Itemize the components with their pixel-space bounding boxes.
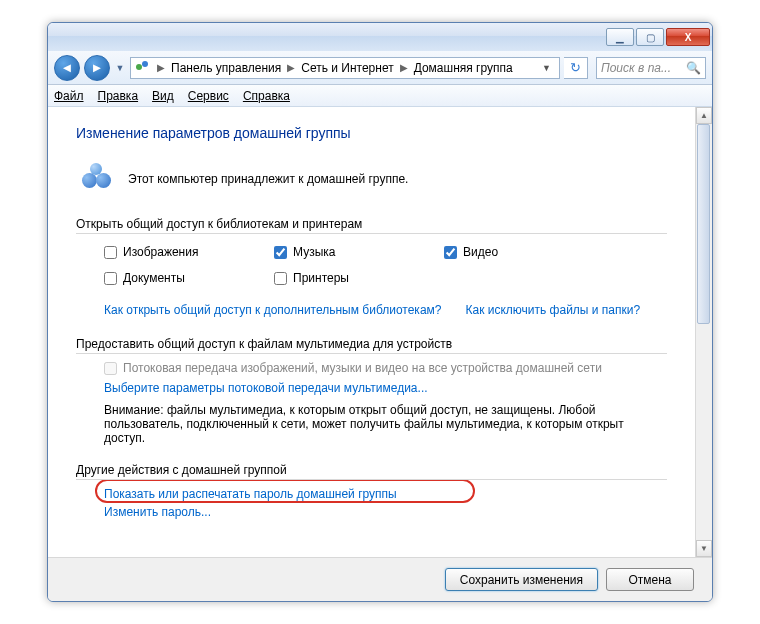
homegroup-status-text: Этот компьютер принадлежит к домашней гр… — [128, 172, 408, 186]
search-input[interactable]: Поиск в па... 🔍 — [596, 57, 706, 79]
checkbox-music[interactable]: Музыка — [274, 245, 444, 259]
menu-view[interactable]: Вид — [152, 89, 174, 103]
checkbox-video[interactable]: Видео — [444, 245, 614, 259]
checkbox-images-input[interactable] — [104, 246, 117, 259]
chevron-right-icon: ▶ — [154, 62, 168, 73]
checkbox-images[interactable]: Изображения — [104, 245, 274, 259]
scroll-thumb[interactable] — [697, 124, 710, 324]
help-links-row: Как открыть общий доступ к дополнительны… — [104, 303, 667, 317]
nav-forward-button[interactable]: ► — [84, 55, 110, 81]
checkbox-label: Документы — [123, 271, 185, 285]
checkbox-label: Потоковая передача изображений, музыки и… — [123, 361, 602, 375]
homegroup-status: Этот компьютер принадлежит к домашней гр… — [76, 163, 667, 195]
warning-text: Внимание: файлы мультимедиа, к которым о… — [104, 403, 667, 445]
menu-tools[interactable]: Сервис — [188, 89, 229, 103]
link-show-password[interactable]: Показать или распечатать пароль домашней… — [104, 487, 667, 501]
checkbox-label: Музыка — [293, 245, 335, 259]
address-dropdown-icon[interactable]: ▼ — [538, 63, 555, 73]
section-streaming: Предоставить общий доступ к файлам мульт… — [76, 337, 667, 351]
checkbox-label: Изображения — [123, 245, 198, 259]
checkbox-printers-input[interactable] — [274, 272, 287, 285]
breadcrumb-item[interactable]: Панель управления — [171, 61, 281, 75]
homegroup-icon — [82, 163, 114, 195]
link-change-password[interactable]: Изменить пароль... — [104, 505, 667, 519]
chevron-right-icon: ▶ — [284, 62, 298, 73]
cancel-button[interactable]: Отмена — [606, 568, 694, 591]
other-actions-block: Показать или распечатать пароль домашней… — [104, 487, 667, 519]
main-panel: Изменение параметров домашней группы Это… — [48, 107, 695, 557]
control-panel-icon — [135, 60, 151, 76]
link-more-libraries[interactable]: Как открыть общий доступ к дополнительны… — [104, 303, 441, 317]
nav-history-dropdown[interactable]: ▼ — [114, 63, 126, 73]
window-frame: ▁ ▢ X ◄ ► ▼ ▶ Панель управления ▶ Сеть и… — [47, 22, 713, 602]
close-button[interactable]: X — [666, 28, 710, 46]
menu-bar: Файл Правка Вид Сервис Справка — [48, 85, 712, 107]
maximize-button[interactable]: ▢ — [636, 28, 664, 46]
checkbox-documents-input[interactable] — [104, 272, 117, 285]
menu-edit[interactable]: Правка — [98, 89, 139, 103]
page-title: Изменение параметров домашней группы — [76, 125, 667, 141]
checkbox-music-input[interactable] — [274, 246, 287, 259]
checkbox-video-input[interactable] — [444, 246, 457, 259]
scroll-up-button[interactable]: ▲ — [696, 107, 712, 124]
checkbox-streaming-input[interactable] — [104, 362, 117, 375]
checkbox-label: Видео — [463, 245, 498, 259]
checkbox-documents[interactable]: Документы — [104, 271, 274, 285]
streaming-block: Потоковая передача изображений, музыки и… — [104, 361, 667, 399]
save-button[interactable]: Сохранить изменения — [445, 568, 598, 591]
scroll-track[interactable] — [696, 124, 712, 540]
refresh-button[interactable]: ↻ — [564, 57, 588, 79]
link-streaming-options[interactable]: Выберите параметры потоковой передачи му… — [104, 381, 428, 395]
nav-toolbar: ◄ ► ▼ ▶ Панель управления ▶ Сеть и Интер… — [48, 51, 712, 85]
search-icon: 🔍 — [686, 61, 701, 75]
breadcrumb-item[interactable]: Домашняя группа — [414, 61, 513, 75]
search-placeholder: Поиск в па... — [601, 61, 671, 75]
breadcrumb-item[interactable]: Сеть и Интернет — [301, 61, 393, 75]
menu-file[interactable]: Файл — [54, 89, 84, 103]
address-bar[interactable]: ▶ Панель управления ▶ Сеть и Интернет ▶ … — [130, 57, 560, 79]
nav-back-button[interactable]: ◄ — [54, 55, 80, 81]
titlebar: ▁ ▢ X — [48, 23, 712, 51]
scroll-down-button[interactable]: ▼ — [696, 540, 712, 557]
content-area: Изменение параметров домашней группы Это… — [48, 107, 712, 557]
checkbox-streaming[interactable]: Потоковая передача изображений, музыки и… — [104, 361, 667, 375]
vertical-scrollbar[interactable]: ▲ ▼ — [695, 107, 712, 557]
checkbox-label: Принтеры — [293, 271, 349, 285]
link-exclude-files[interactable]: Как исключить файлы и папки? — [465, 303, 640, 317]
section-other-actions: Другие действия с домашней группой — [76, 463, 667, 477]
chevron-right-icon: ▶ — [397, 62, 411, 73]
minimize-button[interactable]: ▁ — [606, 28, 634, 46]
footer-bar: Сохранить изменения Отмена — [48, 557, 712, 601]
section-libraries: Открыть общий доступ к библиотекам и при… — [76, 217, 667, 231]
libraries-grid: Изображения Музыка Видео Документы Принт… — [104, 245, 667, 285]
menu-help[interactable]: Справка — [243, 89, 290, 103]
checkbox-printers[interactable]: Принтеры — [274, 271, 444, 285]
